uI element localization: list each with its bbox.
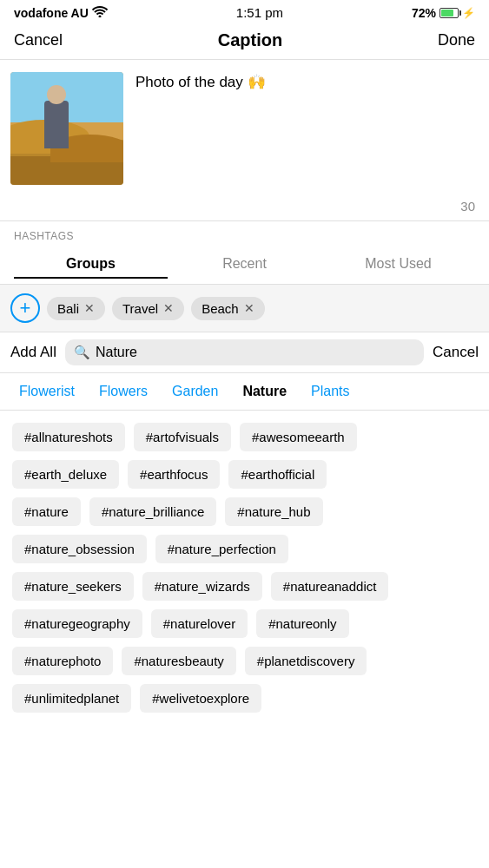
hashtag-chip[interactable]: #naturegeography <box>12 609 142 638</box>
hashtag-row: #nature_seekers#nature_wizards#natureana… <box>12 572 477 601</box>
category-tabs: Flowerist Flowers Garden Nature Plants <box>0 373 489 411</box>
hashtag-chip[interactable]: #nature_perfection <box>155 535 288 563</box>
caption-text[interactable]: Photo of the day 🙌 <box>123 72 479 93</box>
hashtag-grid: #allnatureshots#artofvisuals#awesomeeart… <box>0 411 489 739</box>
caption-area: Photo of the day 🙌 <box>0 60 489 195</box>
done-button[interactable]: Done <box>438 31 475 49</box>
category-tab-flowerist[interactable]: Flowerist <box>7 373 87 410</box>
hashtags-header: HASHTAGS Groups Recent Most Used <box>0 221 489 285</box>
battery-icon: ⚡ <box>439 7 475 19</box>
hashtag-chip[interactable]: #nature_obsession <box>12 535 147 563</box>
wifi-icon <box>92 6 108 20</box>
caption-image <box>10 72 123 185</box>
tag-chip-travel: Travel ✕ <box>112 297 184 320</box>
hashtag-chip[interactable]: #nature_brilliance <box>89 497 216 526</box>
carrier-text: vodafone AU <box>14 6 89 20</box>
status-left: vodafone AU <box>14 6 108 20</box>
search-box: 🔍 <box>65 339 424 365</box>
hashtag-row: #earth_deluxe#earthfocus#earthofficial <box>12 460 477 489</box>
hashtag-chip[interactable]: #nature_hub <box>225 497 322 526</box>
tag-label-beach: Beach <box>202 301 239 316</box>
tab-groups[interactable]: Groups <box>14 251 168 279</box>
hashtag-row: #naturegeography#naturelover#natureonly <box>12 609 477 638</box>
hashtag-chip[interactable]: #earth_deluxe <box>12 460 119 489</box>
search-icon: 🔍 <box>74 345 90 360</box>
add-tag-button[interactable]: + <box>10 293 40 323</box>
tag-chip-bali: Bali ✕ <box>47 297 105 320</box>
char-count: 30 <box>0 195 489 221</box>
hashtag-row: #unlimitedplanet#welivetoexplore <box>12 684 477 713</box>
page-title: Caption <box>218 30 282 50</box>
category-tab-plants[interactable]: Plants <box>299 373 361 410</box>
category-tab-garden[interactable]: Garden <box>160 373 230 410</box>
remove-tag-beach[interactable]: ✕ <box>244 301 254 315</box>
tag-label-bali: Bali <box>57 301 79 316</box>
hashtag-row: #nature#nature_brilliance#nature_hub <box>12 497 477 526</box>
tag-chip-beach: Beach ✕ <box>191 297 265 320</box>
search-input[interactable] <box>96 345 415 360</box>
hashtag-chip[interactable]: #earthfocus <box>128 460 220 489</box>
hashtag-chip[interactable]: #natureonly <box>256 609 348 638</box>
hashtag-tabs: Groups Recent Most Used <box>14 251 475 279</box>
add-all-button[interactable]: Add All <box>10 344 56 361</box>
status-bar: vodafone AU 1:51 pm 72% ⚡ <box>0 0 489 23</box>
tab-most-used[interactable]: Most Used <box>321 251 475 279</box>
hashtag-chip[interactable]: #nature_seekers <box>12 572 134 601</box>
tag-label-travel: Travel <box>122 301 158 316</box>
hashtag-row: #allnatureshots#artofvisuals#awesomeeart… <box>12 423 477 451</box>
status-right: 72% ⚡ <box>412 6 475 20</box>
hashtag-chip[interactable]: #awesomeearth <box>240 423 357 451</box>
hashtag-chip[interactable]: #welivetoexplore <box>140 684 261 713</box>
hashtag-chip[interactable]: #artofvisuals <box>134 423 231 451</box>
hashtag-chip[interactable]: #natureanaddict <box>271 572 389 601</box>
hashtag-chip[interactable]: #nature <box>12 497 81 526</box>
hashtag-chip[interactable]: #planetdiscovery <box>245 647 367 675</box>
category-tab-nature[interactable]: Nature <box>230 373 299 410</box>
hashtag-row: #naturephoto#naturesbeauty#planetdiscove… <box>12 647 477 675</box>
remove-tag-bali[interactable]: ✕ <box>84 301 95 315</box>
nav-bar: Cancel Caption Done <box>0 23 489 60</box>
hashtag-chip[interactable]: #naturephoto <box>12 647 113 675</box>
hashtag-chip[interactable]: #earthofficial <box>228 460 327 489</box>
status-time: 1:51 pm <box>236 5 283 20</box>
search-cancel-button[interactable]: Cancel <box>433 344 479 361</box>
cancel-button[interactable]: Cancel <box>14 31 63 49</box>
hashtag-chip[interactable]: #naturelover <box>151 609 248 638</box>
hashtag-row: #nature_obsession#nature_perfection <box>12 535 477 563</box>
hashtag-chip[interactable]: #naturesbeauty <box>122 647 235 675</box>
hashtags-label: HASHTAGS <box>14 230 475 242</box>
category-tab-flowers[interactable]: Flowers <box>87 373 160 410</box>
hashtag-chip[interactable]: #nature_wizards <box>142 572 262 601</box>
battery-percent: 72% <box>412 6 436 20</box>
tags-row: + Bali ✕ Travel ✕ Beach ✕ <box>0 285 489 332</box>
tab-recent[interactable]: Recent <box>168 251 321 279</box>
hashtag-chip[interactable]: #unlimitedplanet <box>12 684 131 713</box>
hashtag-chip[interactable]: #allnatureshots <box>12 423 125 451</box>
search-row: Add All 🔍 Cancel <box>0 332 489 373</box>
remove-tag-travel[interactable]: ✕ <box>163 301 174 315</box>
